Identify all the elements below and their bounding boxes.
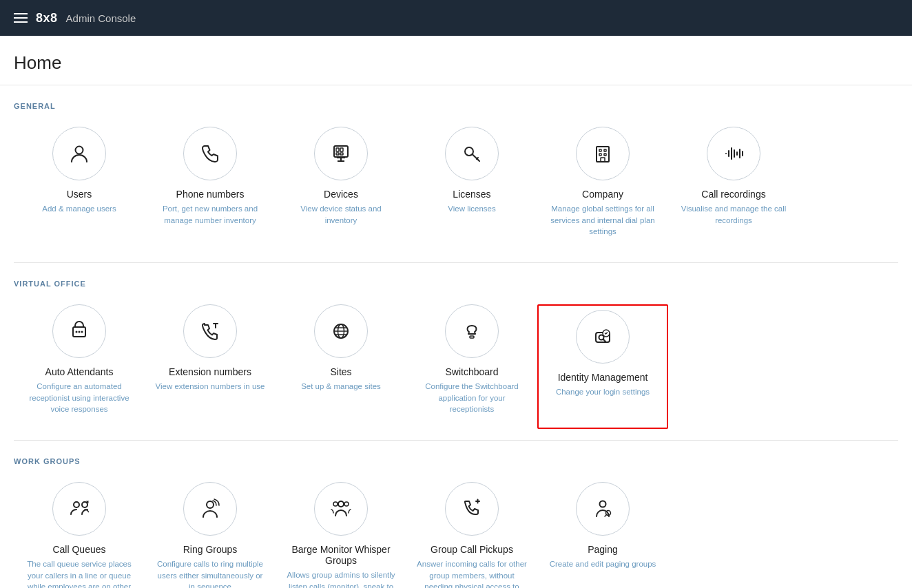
users-desc: Add & manage users [42,203,116,215]
svg-point-0 [76,147,83,154]
svg-line-11 [477,158,478,159]
section-general: GENERAL Users Add & manage users [14,85,898,263]
nav-item-barge-monitor[interactable]: Barge Monitor Whisper Groups Allows grou… [276,482,406,588]
nav-item-extension-numbers[interactable]: Extension numbers View extension numbers… [145,304,276,429]
svg-rect-14 [604,149,606,151]
call-recordings-desc: Visualise and manage the call recordings [678,203,789,226]
nav-item-paging[interactable]: Paging Create and edit paging groups [537,482,668,588]
auto-attendants-label: Auto Attendants [45,366,114,377]
svg-point-48 [344,502,349,506]
svg-line-40 [603,339,606,342]
group-call-pickups-icon-circle [445,482,499,536]
nav-item-devices[interactable]: Devices View device status and inventory [276,127,406,251]
sites-label: Sites [330,366,351,377]
svg-point-28 [81,331,83,333]
svg-rect-15 [599,154,601,156]
company-icon-circle [576,127,630,180]
call-queue-icon [68,498,90,520]
phone-numbers-label: Phone numbers [176,189,245,200]
section-label-general: GENERAL [14,102,898,110]
extension-numbers-label: Extension numbers [169,366,251,377]
work-groups-grid: Call Queues The call queue service place… [14,482,898,588]
section-virtual-office: VIRTUAL OFFICE Auto Attendants Configure… [14,263,898,441]
section-label-work-groups: WORK GROUPS [14,457,898,465]
switchboard-label: Switchboard [445,366,498,377]
devices-icon-circle [314,127,368,180]
page-header: Home [0,36,912,85]
nav-item-licenses[interactable]: Licenses View licenses [406,127,537,251]
paging-label: Paging [588,544,618,555]
switchboard-icon [461,320,483,342]
nav-item-auto-attendants[interactable]: Auto Attendants Configure an automated r… [14,304,145,429]
paging-icon-circle [576,482,630,536]
nav-item-identity-management[interactable]: Identity Management Change your login se… [537,304,668,429]
svg-rect-5 [340,153,343,155]
call-queues-icon-circle [52,482,106,536]
identity-icon [592,326,614,348]
svg-rect-37 [470,336,474,338]
svg-point-26 [76,331,78,333]
svg-point-49 [333,502,338,506]
company-desc: Manage global settings for all services … [548,203,658,238]
devices-label: Devices [324,189,358,200]
nav-item-switchboard[interactable]: Switchboard Configure the Switchboard ap… [406,304,537,429]
call-queues-label: Call Queues [52,544,105,555]
extension-numbers-desc: View extension numbers in use [156,381,265,392]
ring-groups-desc: Configure calls to ring multiple users e… [155,558,265,588]
waveform-icon [723,143,745,165]
nav-item-phone-numbers[interactable]: Phone numbers Port, get new numbers and … [145,127,276,251]
barge-icon [330,498,352,520]
call-recordings-label: Call recordings [701,189,765,200]
sites-icon-circle [314,304,368,358]
section-work-groups: WORK GROUPS Call Queues The call [14,441,898,588]
auto-attendants-icon-circle [52,304,106,358]
building-icon [592,143,614,165]
content-area: GENERAL Users Add & manage users [0,85,912,588]
phone-numbers-desc: Port, get new numbers and manage number … [155,203,265,226]
top-nav: 8x8 Admin Console [0,0,912,36]
call-recordings-icon-circle [707,127,760,180]
svg-point-46 [207,501,214,508]
nav-item-company[interactable]: Company Manage global settings for all s… [537,127,668,251]
call-queues-desc: The call queue service places your calle… [24,558,134,588]
svg-rect-12 [597,147,609,162]
licenses-desc: View licenses [448,203,495,215]
nav-item-call-recordings[interactable]: Call recordings Visualise and manage the… [668,127,799,251]
nav-item-group-call-pickups[interactable]: Group Call Pickups Answer incoming calls… [406,482,537,588]
svg-point-42 [74,502,79,507]
group-call-pickups-label: Group Call Pickups [431,544,513,555]
identity-management-icon-circle [576,310,630,364]
svg-rect-13 [599,149,601,151]
virtual-office-grid: Auto Attendants Configure an automated r… [14,304,898,429]
users-label: Users [67,189,92,200]
sites-icon [330,320,352,342]
app-name: Admin Console [66,12,136,24]
switchboard-icon-circle [445,304,499,358]
licenses-label: Licenses [453,189,490,200]
svg-point-53 [600,501,606,507]
ring-groups-label: Ring Groups [183,544,238,555]
ring-groups-icon-circle [183,482,237,536]
svg-point-47 [338,501,344,507]
svg-rect-4 [336,153,339,155]
user-icon [68,143,90,165]
switchboard-desc: Configure the Switchboard application fo… [417,381,527,415]
nav-item-ring-groups[interactable]: Ring Groups Configure calls to ring mult… [145,482,276,588]
svg-line-55 [605,514,607,516]
nav-item-sites[interactable]: Sites Set up & manage sites [276,304,406,429]
svg-rect-2 [336,148,339,151]
barge-monitor-icon-circle [314,482,368,536]
phone-icon [199,143,221,165]
paging-icon [592,498,614,520]
brand-logo: 8x8 [36,11,58,25]
ring-group-icon [199,498,221,520]
devices-icon [330,143,352,165]
group-call-pickups-desc: Answer incoming calls for other group me… [417,558,527,588]
nav-item-users[interactable]: Users Add & manage users [14,127,145,251]
company-label: Company [582,189,623,200]
nav-item-call-queues[interactable]: Call Queues The call queue service place… [14,482,145,588]
devices-desc: View device status and inventory [286,203,396,226]
phone-numbers-icon-circle [183,127,237,180]
hamburger-menu[interactable] [14,13,28,23]
key-icon [461,143,483,165]
